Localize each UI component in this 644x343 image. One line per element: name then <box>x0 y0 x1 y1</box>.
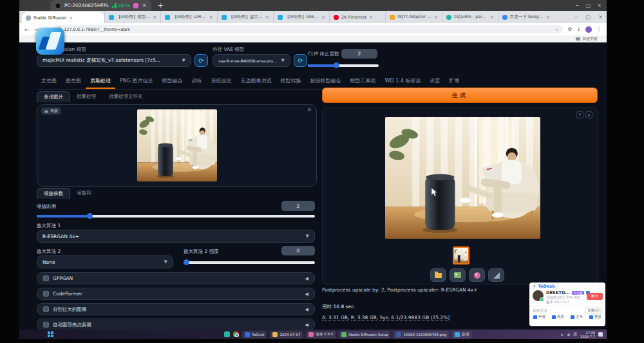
tab-img2img[interactable]: 图生图 <box>61 73 86 89</box>
tab-txt2img[interactable]: 文生图 <box>37 73 61 89</box>
clip-skip-slider[interactable] <box>308 61 379 69</box>
minimize-icon[interactable]: − <box>574 14 578 20</box>
other-bookmarks-button[interactable]: 其他书签 <box>582 36 598 42</box>
profile-avatar[interactable] <box>585 26 592 33</box>
open-folder-button[interactable] <box>430 268 446 282</box>
start-button[interactable] <box>48 331 53 337</box>
result-thumbnail[interactable] <box>453 246 469 264</box>
tab-train[interactable]: 训练 <box>187 73 207 89</box>
subtab-batch-process[interactable]: 批量处理 <box>70 91 102 102</box>
more-action[interactable]: 更多 <box>589 315 601 319</box>
accordion-split-oversized[interactable]: 分割过大的图像 ◀ <box>37 303 315 315</box>
send-to-extras-button[interactable] <box>488 268 504 282</box>
tray-expand-icon[interactable]: ∧ <box>561 332 564 337</box>
save-image-button[interactable] <box>450 268 466 282</box>
chrome-icon[interactable] <box>233 331 239 337</box>
tab-close-icon[interactable]: × <box>153 15 156 20</box>
tab-close-icon[interactable]: × <box>369 15 373 20</box>
codeformer-checkbox[interactable] <box>43 291 49 297</box>
quality-action[interactable]: 画质 <box>552 315 564 319</box>
browser-tab[interactable]: 【AI绘画】LoRA模型训练教程 - 哔哩哔哩× <box>160 11 216 23</box>
close-session-icon[interactable]: × <box>142 3 147 8</box>
model-dropdown[interactable]: majicMIX realistic 麦橘写实_v7.safetensors [… <box>37 54 191 67</box>
clear-image-icon[interactable]: × <box>307 106 312 113</box>
volume-icon[interactable]: ◂) <box>567 332 570 337</box>
ime-language[interactable]: 拼 <box>573 331 577 337</box>
clip-skip-value[interactable]: 2 <box>341 49 377 59</box>
bookmark-star-icon[interactable]: ☆ <box>554 27 558 32</box>
fullscreen-icon[interactable]: ↑ <box>576 111 583 118</box>
tab-close-icon[interactable]: × <box>321 15 325 20</box>
address-bar[interactable]: ⓘ 127.0.0.1:7860/?__theme=dark ☆ <box>53 25 563 33</box>
record-icon[interactable] <box>133 3 138 8</box>
tab-wd-tagger[interactable]: WD 1.4 标签器 <box>381 73 426 89</box>
accordion-auto-face-crop[interactable]: 自动面部焦点剪裁 ◀ <box>37 319 315 329</box>
menu-kebab-icon[interactable]: ⋮ <box>596 26 601 32</box>
close-icon[interactable]: × <box>598 14 603 20</box>
subtab-single-image[interactable]: 单张图片 <box>37 91 70 102</box>
taskbar-item-sd-setup[interactable]: Stable Diffusion Setup <box>339 331 390 338</box>
tab-system-info[interactable]: 系统信息 <box>207 73 236 89</box>
new-session-button[interactable]: + <box>158 1 164 10</box>
scale-value[interactable]: 2 <box>281 201 315 211</box>
vae-refresh-button[interactable]: ⟳ <box>294 54 307 67</box>
tab-infinite-browser[interactable]: 无边图像浏览 <box>236 73 276 89</box>
tab-model-toolkit[interactable]: 模型工具箱 <box>346 73 381 89</box>
subtab-batch-folder[interactable]: 批量处理文件夹 <box>102 91 149 102</box>
file-transfer-action[interactable]: 文件 <box>571 315 583 319</box>
scale-slider[interactable] <box>37 212 315 219</box>
browser-tab[interactable]: C站LoRA - paidia/FFTStudio× <box>442 11 498 23</box>
todesk-window-controls[interactable]: − ▢ × <box>575 0 601 11</box>
tab-scale-by[interactable]: 缩放倍数 <box>37 188 70 199</box>
tab-close-icon[interactable]: × <box>490 15 494 20</box>
taskbar-item-folder[interactable]: 2024-07-07 <box>270 331 303 338</box>
notification-icon[interactable] <box>598 332 603 337</box>
tab-settings[interactable]: 设置 <box>425 73 444 89</box>
browser-window-controls[interactable]: − ▢ × <box>574 11 603 23</box>
download-icon[interactable]: ↓ <box>576 26 581 32</box>
tab-close-icon[interactable]: × <box>265 15 269 20</box>
browser-tab[interactable]: 【AI绘画】放大算法对比 - 哔哩哔哩× <box>217 11 273 23</box>
close-icon[interactable]: × <box>597 3 601 8</box>
taskbar-item-png-file[interactable]: 15062-1583886784.png <box>393 331 449 338</box>
accordion-codeformer[interactable]: CodeFormer ◀ <box>37 288 315 300</box>
tab-close-icon[interactable]: × <box>546 15 550 20</box>
taskbar-item-chat[interactable]: 会话 <box>452 331 471 338</box>
split-oversized-checkbox[interactable] <box>43 306 49 312</box>
send-to-img2img-button[interactable] <box>469 268 485 282</box>
browser-tab[interactable]: 【AI绘画】VAE模型使用 - 哔哩哔哩× <box>273 11 329 23</box>
browser-tab[interactable]: WJYT-Adapter 模型下载× <box>385 11 441 23</box>
source-image-dropzone[interactable]: ▤来源 × <box>37 104 317 187</box>
result-image[interactable] <box>385 117 540 239</box>
pinned-app-icon[interactable] <box>224 331 230 337</box>
tab-checkpoint-merger[interactable]: 模型融合 <box>158 73 187 89</box>
tab-extensions[interactable]: 扩展 <box>444 73 464 89</box>
tab-close-icon[interactable]: × <box>69 15 73 21</box>
taskbar-item-login[interactable]: 登录 2.8.5 <box>306 331 336 338</box>
browser-tab[interactable]: 百度一下 Google 搜索× <box>498 11 554 23</box>
tab-extras[interactable]: 后期处理 <box>86 73 115 89</box>
gfpgan-checkbox[interactable] <box>43 275 49 281</box>
browser-tab-stable-diffusion[interactable]: Stable Diffusion × <box>22 12 104 23</box>
close-preview-icon[interactable]: × <box>585 111 592 118</box>
maximize-icon[interactable]: ▢ <box>586 3 591 8</box>
minimize-icon[interactable]: − <box>575 3 580 8</box>
extensions-icon[interactable]: ⚙ <box>567 26 572 32</box>
sound-action[interactable]: 声音 <box>533 315 545 319</box>
todesk-session-tab[interactable]: PC-20240625HFPL 28ms × <box>50 0 151 11</box>
accordion-gfpgan[interactable]: GFPGAN ◀ <box>37 272 315 284</box>
model-refresh-button[interactable]: ⟳ <box>194 54 208 67</box>
vae-dropdown[interactable]: vae-ft-mse-840000-ema-pruned.safetensors… <box>213 54 290 67</box>
generate-button[interactable]: 生成 <box>322 88 598 103</box>
tab-close-icon[interactable]: × <box>434 15 438 20</box>
back-icon[interactable]: ← <box>24 26 30 33</box>
upscaler1-dropdown[interactable]: R-ESRGAN 4x+▼ <box>37 230 315 243</box>
browser-tab[interactable]: 【AI绘画】模型安装教程 - 哔哩哔哩× <box>104 11 160 23</box>
tab-model-converter[interactable]: 模型转换 <box>276 73 306 89</box>
maximize-icon[interactable]: ▢ <box>586 14 591 20</box>
auto-face-crop-checkbox[interactable] <box>43 322 49 328</box>
disconnect-button[interactable]: 断开 <box>587 293 603 300</box>
tab-close-icon[interactable]: × <box>209 15 213 20</box>
upscaler2-strength-slider[interactable] <box>184 258 315 266</box>
browser-tab[interactable]: 2K Pinterest× <box>329 11 385 23</box>
